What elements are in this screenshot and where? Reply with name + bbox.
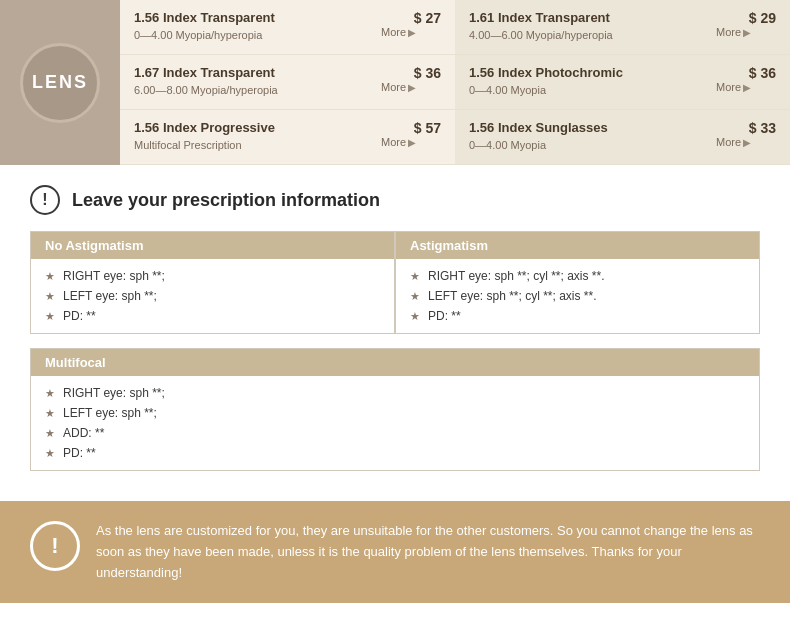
no-astigmatism-body: ★ RIGHT eye: sph **; ★ LEFT eye: sph **;… <box>31 259 394 333</box>
lens-item-price-4: $ 57 More ▶ <box>381 120 441 148</box>
lens-more-btn-2[interactable]: More ▶ <box>381 81 441 93</box>
arrow-icon-2: ▶ <box>408 82 416 93</box>
lens-price-value-4: $ 57 <box>381 120 441 136</box>
no-astig-row-1: ★ LEFT eye: sph **; <box>45 289 380 303</box>
lens-item-2: 1.67 Index Transparent 6.00—8.00 Myopia/… <box>120 55 455 110</box>
no-astigmatism-header: No Astigmatism <box>31 232 394 259</box>
lens-more-btn-5[interactable]: More ▶ <box>716 136 776 148</box>
star-icon: ★ <box>45 387 55 400</box>
lens-item-4: 1.56 Index Progressive Multifocal Prescr… <box>120 110 455 165</box>
star-icon: ★ <box>45 407 55 420</box>
prescription-header: ! Leave your prescription information <box>30 185 760 215</box>
multifocal-row-0: ★ RIGHT eye: sph **; <box>45 386 395 400</box>
lens-item-price-3: $ 36 More ▶ <box>716 65 776 93</box>
lens-item-name-3: 1.56 Index Photochromic <box>469 65 716 82</box>
notice-text: As the lens are customized for you, they… <box>96 521 760 583</box>
lens-item-range-2: 6.00—8.00 Myopia/hyperopia <box>134 84 381 96</box>
arrow-icon-1: ▶ <box>743 27 751 38</box>
lens-item-name-4: 1.56 Index Progressive <box>134 120 381 137</box>
lens-more-btn-4[interactable]: More ▶ <box>381 136 441 148</box>
lens-item-range-4: Multifocal Prescription <box>134 139 381 151</box>
astigmatism-body: ★ RIGHT eye: sph **; cyl **; axis **. ★ … <box>396 259 759 333</box>
star-icon: ★ <box>410 290 420 303</box>
lens-more-btn-3[interactable]: More ▶ <box>716 81 776 93</box>
lens-item-range-0: 0—4.00 Myopia/hyperopia <box>134 29 381 41</box>
prescription-title: Leave your prescription information <box>72 190 380 211</box>
no-astigmatism-box: No Astigmatism ★ RIGHT eye: sph **; ★ LE… <box>30 231 395 334</box>
lens-item-info-2: 1.67 Index Transparent 6.00—8.00 Myopia/… <box>134 65 381 96</box>
star-icon: ★ <box>45 310 55 323</box>
lens-item-5: 1.56 Index Sunglasses 0—4.00 Myopia $ 33… <box>455 110 790 165</box>
lens-item-price-2: $ 36 More ▶ <box>381 65 441 93</box>
multifocal-box: Multifocal ★ RIGHT eye: sph **; ★ LEFT e… <box>30 348 760 471</box>
prescription-boxes: No Astigmatism ★ RIGHT eye: sph **; ★ LE… <box>30 231 760 334</box>
lens-item-range-3: 0—4.00 Myopia <box>469 84 716 96</box>
lens-item-price-0: $ 27 More ▶ <box>381 10 441 38</box>
lens-badge-label: LENS <box>32 72 88 93</box>
astig-row-2: ★ PD: ** <box>410 309 745 323</box>
star-icon: ★ <box>45 447 55 460</box>
no-astig-row-2: ★ PD: ** <box>45 309 380 323</box>
lens-item-name-2: 1.67 Index Transparent <box>134 65 381 82</box>
star-icon: ★ <box>410 310 420 323</box>
lens-price-value-0: $ 27 <box>381 10 441 26</box>
lens-price-value-5: $ 33 <box>716 120 776 136</box>
multifocal-row-2: ★ ADD: ** <box>45 426 395 440</box>
arrow-icon-3: ▶ <box>743 82 751 93</box>
lens-item-name-1: 1.61 Index Transparent <box>469 10 716 27</box>
multifocal-row-1: ★ LEFT eye: sph **; <box>45 406 395 420</box>
prescription-info-icon: ! <box>30 185 60 215</box>
no-astig-row-0: ★ RIGHT eye: sph **; <box>45 269 380 283</box>
lens-item-0: 1.56 Index Transparent 0—4.00 Myopia/hyp… <box>120 0 455 55</box>
notice-icon: ! <box>30 521 80 571</box>
lens-circle: LENS <box>20 43 100 123</box>
lens-item-info-3: 1.56 Index Photochromic 0—4.00 Myopia <box>469 65 716 96</box>
astigmatism-box: Astigmatism ★ RIGHT eye: sph **; cyl **;… <box>395 231 760 334</box>
lens-item-info-1: 1.61 Index Transparent 4.00—6.00 Myopia/… <box>469 10 716 41</box>
lens-more-btn-0[interactable]: More ▶ <box>381 26 441 38</box>
lens-item-1: 1.61 Index Transparent 4.00—6.00 Myopia/… <box>455 0 790 55</box>
arrow-icon-4: ▶ <box>408 137 416 148</box>
lens-price-value-1: $ 29 <box>716 10 776 26</box>
star-icon: ★ <box>410 270 420 283</box>
multifocal-body: ★ RIGHT eye: sph **; ★ LEFT eye: sph **;… <box>31 376 759 470</box>
multifocal-header: Multifocal <box>31 349 759 376</box>
lens-section: LENS 1.56 Index Transparent 0—4.00 Myopi… <box>0 0 790 165</box>
lens-item-info-5: 1.56 Index Sunglasses 0—4.00 Myopia <box>469 120 716 151</box>
lens-item-name-0: 1.56 Index Transparent <box>134 10 381 27</box>
astig-row-0: ★ RIGHT eye: sph **; cyl **; axis **. <box>410 269 745 283</box>
prescription-section: ! Leave your prescription information No… <box>0 165 790 491</box>
lens-item-info-0: 1.56 Index Transparent 0—4.00 Myopia/hyp… <box>134 10 381 41</box>
notice-section: ! As the lens are customized for you, th… <box>0 501 790 603</box>
arrow-icon-0: ▶ <box>408 27 416 38</box>
astigmatism-header: Astigmatism <box>396 232 759 259</box>
star-icon: ★ <box>45 427 55 440</box>
lens-item-price-5: $ 33 More ▶ <box>716 120 776 148</box>
star-icon: ★ <box>45 270 55 283</box>
lens-item-info-4: 1.56 Index Progressive Multifocal Prescr… <box>134 120 381 151</box>
lens-price-value-2: $ 36 <box>381 65 441 81</box>
lens-item-range-1: 4.00—6.00 Myopia/hyperopia <box>469 29 716 41</box>
lens-item-name-5: 1.56 Index Sunglasses <box>469 120 716 137</box>
multifocal-row-3: ★ PD: ** <box>45 446 395 460</box>
lens-badge: LENS <box>0 0 120 165</box>
lens-price-value-3: $ 36 <box>716 65 776 81</box>
lens-more-btn-1[interactable]: More ▶ <box>716 26 776 38</box>
lens-item-range-5: 0—4.00 Myopia <box>469 139 716 151</box>
lens-item-3: 1.56 Index Photochromic 0—4.00 Myopia $ … <box>455 55 790 110</box>
lens-grid: 1.56 Index Transparent 0—4.00 Myopia/hyp… <box>120 0 790 165</box>
arrow-icon-5: ▶ <box>743 137 751 148</box>
astig-row-1: ★ LEFT eye: sph **; cyl **; axis **. <box>410 289 745 303</box>
star-icon: ★ <box>45 290 55 303</box>
lens-item-price-1: $ 29 More ▶ <box>716 10 776 38</box>
